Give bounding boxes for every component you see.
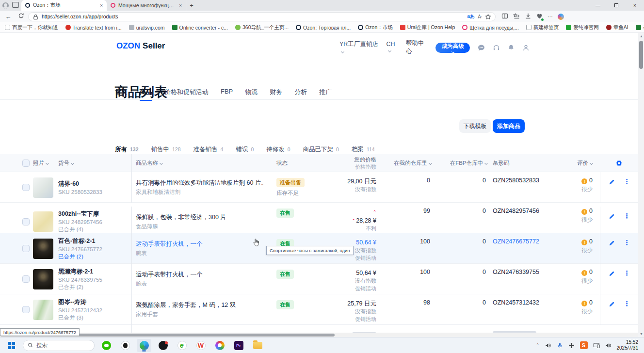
- merged-link[interactable]: 已合并 (2): [58, 253, 131, 260]
- bookmark-item[interactable]: uralsvip.com: [129, 25, 165, 31]
- workspaces-icon[interactable]: [11, 1, 21, 10]
- chat-icon[interactable]: [478, 44, 485, 51]
- table-row-partial[interactable]: [0, 325, 638, 333]
- taskbar-wechat-icon[interactable]: [99, 339, 113, 352]
- tray-cast-icon[interactable]: [593, 342, 600, 349]
- edit-pencil-icon[interactable]: [609, 240, 615, 248]
- browser-tab-inactive[interactable]: Мощные многофункциональнь ×: [107, 0, 186, 11]
- bookmark-item[interactable]: 在线转换器 - 免费...: [636, 24, 644, 31]
- scroll-down-arrow[interactable]: ▼: [640, 332, 643, 336]
- minimize-button[interactable]: —: [589, 0, 607, 11]
- table-settings-gear-icon[interactable]: [600, 160, 638, 167]
- edit-pencil-icon[interactable]: [609, 179, 615, 187]
- vertical-scrollbar-thumb[interactable]: [639, 41, 643, 69]
- new-tab-button[interactable]: +: [186, 2, 197, 9]
- bookmark-item[interactable]: Translate text from i...: [65, 25, 122, 31]
- barcode-link[interactable]: OZN2476675772: [493, 233, 561, 245]
- select-all-checkbox[interactable]: [22, 160, 30, 167]
- browser-essentials-icon[interactable]: [536, 13, 543, 20]
- read-aloud-icon[interactable]: A›: [478, 14, 482, 19]
- row-menu-icon[interactable]: ⋮: [624, 301, 630, 306]
- lock-icon[interactable]: [32, 14, 39, 20]
- table-row[interactable]: 图岑--寿涛SKU 2457312432已合并 (3) 聚氨酯涂层，家务手套，M…: [0, 294, 638, 325]
- bookmark-item[interactable]: Ural企库 | Ozon Help: [400, 24, 455, 31]
- row-checkbox[interactable]: [22, 218, 30, 225]
- tray-volume-icon[interactable]: [605, 342, 612, 349]
- taskbar-capcut-icon[interactable]: [156, 339, 170, 352]
- tray-move-tool-icon[interactable]: [568, 342, 575, 349]
- product-image[interactable]: [33, 300, 53, 320]
- close-button[interactable]: ×: [626, 0, 644, 11]
- row-checkbox[interactable]: [22, 184, 30, 191]
- tray-sogou-icon[interactable]: S: [580, 341, 588, 349]
- bookmark-item[interactable]: Ozon：市场: [358, 24, 393, 31]
- taskbar-search[interactable]: [23, 340, 95, 351]
- vertical-scrollbar[interactable]: ▲ ▼: [638, 33, 644, 337]
- nav-prices-promos[interactable]: 价格和促销活动: [164, 88, 209, 101]
- tab-close-icon[interactable]: ×: [179, 3, 182, 8]
- downloads-icon[interactable]: [525, 13, 531, 20]
- scroll-up-arrow[interactable]: ▲: [640, 34, 643, 38]
- taskbar-premiere-icon[interactable]: Pr: [231, 339, 246, 352]
- taskbar-search-input[interactable]: [36, 342, 90, 348]
- maximize-button[interactable]: [607, 0, 626, 11]
- copilot-icon[interactable]: [558, 14, 564, 20]
- taskbar-browser-e-icon[interactable]: e: [175, 339, 189, 352]
- add-product-button[interactable]: 添加商品: [493, 119, 525, 133]
- language-selector[interactable]: CH: [386, 41, 399, 54]
- bookmark-item[interactable]: Щетка для посуды,...: [462, 25, 519, 31]
- row-menu-icon[interactable]: ⋮: [624, 271, 630, 275]
- taskbar-qq-icon[interactable]: [118, 339, 132, 352]
- bookmark-item[interactable]: 360导航_一个主页...: [235, 24, 289, 31]
- profile-icon[interactable]: [0, 1, 11, 10]
- taskbar-browser-swirl-icon[interactable]: [212, 339, 227, 352]
- bookmark-item[interactable]: 爱纯净官网: [566, 24, 599, 31]
- nav-logistics[interactable]: 物流: [245, 88, 258, 101]
- bookmark-item[interactable]: Online converter - c...: [172, 25, 228, 31]
- start-button[interactable]: [4, 339, 18, 352]
- col-rating[interactable]: 评价: [561, 160, 593, 167]
- taskbar-edge-icon[interactable]: [137, 339, 151, 352]
- col-art[interactable]: 货号: [58, 154, 132, 172]
- edit-pencil-icon[interactable]: [609, 271, 615, 278]
- help-center-link[interactable]: 帮助中心: [406, 39, 428, 56]
- table-row[interactable]: 黑濑湾标-2-1SKU 2476339755已合并 (2) 运动手表带打火机，一…: [0, 264, 638, 294]
- table-row[interactable]: 300zhi--宝下摩SKU 2482957456已合并 (4) 保鲜膜，包装，…: [0, 203, 638, 233]
- col-photo[interactable]: 照片: [33, 160, 53, 167]
- bookmark-item[interactable]: 百度一下，你就知道: [5, 24, 58, 31]
- split-screen-icon[interactable]: [501, 13, 508, 20]
- bookmark-item[interactable]: 新建标签页: [526, 24, 559, 31]
- row-menu-icon[interactable]: ⋮: [624, 213, 630, 218]
- col-fbp-warehouse[interactable]: 在FBP仓库中: [432, 160, 487, 167]
- product-name-link[interactable]: 保鲜膜，包装，非常经济，300 片: [136, 213, 273, 222]
- horizontal-scrollbar[interactable]: [0, 333, 638, 337]
- product-image[interactable]: [33, 239, 53, 259]
- nav-fbp[interactable]: FBP: [221, 88, 233, 101]
- address-bar[interactable]: https://seller.ozon.ru/app/products aあ A…: [28, 12, 496, 21]
- row-checkbox[interactable]: [22, 245, 30, 252]
- bookmark-item[interactable]: Ozon: Торговая пл...: [296, 25, 351, 31]
- bookmark-item[interactable]: 章鱼AI: [606, 24, 628, 31]
- edit-pencil-icon[interactable]: [609, 301, 615, 309]
- tray-microphone-icon[interactable]: [557, 342, 563, 349]
- notifications-bell-icon[interactable]: [508, 44, 515, 51]
- product-image[interactable]: [33, 269, 53, 289]
- nav-finance[interactable]: 财务: [270, 88, 282, 101]
- merged-link[interactable]: 已合并 (3): [58, 314, 131, 321]
- taskbar-wps-icon[interactable]: W: [193, 339, 208, 352]
- taskbar-clock[interactable]: 15:52 2025/7/31: [617, 339, 641, 352]
- product-name-link[interactable]: 聚氨酯涂层，家务手套，M 码，12 双: [136, 301, 273, 309]
- account-icon[interactable]: [522, 44, 530, 51]
- row-menu-icon[interactable]: ⋮: [624, 179, 630, 184]
- product-image[interactable]: [33, 211, 53, 232]
- support-headset-icon[interactable]: [493, 44, 500, 51]
- download-template-button[interactable]: 下载模板: [459, 119, 491, 133]
- become-premium-button[interactable]: 成为高级 >: [435, 43, 470, 53]
- tray-speaker-icon[interactable]: [545, 342, 551, 349]
- col-name[interactable]: 商品名称: [132, 160, 273, 167]
- translate-icon[interactable]: aあ: [467, 13, 475, 20]
- product-name-link[interactable]: 运动手表带打火机，一个: [136, 271, 273, 279]
- ozon-seller-logo[interactable]: OZONSeller: [114, 39, 165, 51]
- edit-pencil-icon[interactable]: [609, 213, 615, 221]
- nav-promotion[interactable]: 推广: [319, 88, 332, 101]
